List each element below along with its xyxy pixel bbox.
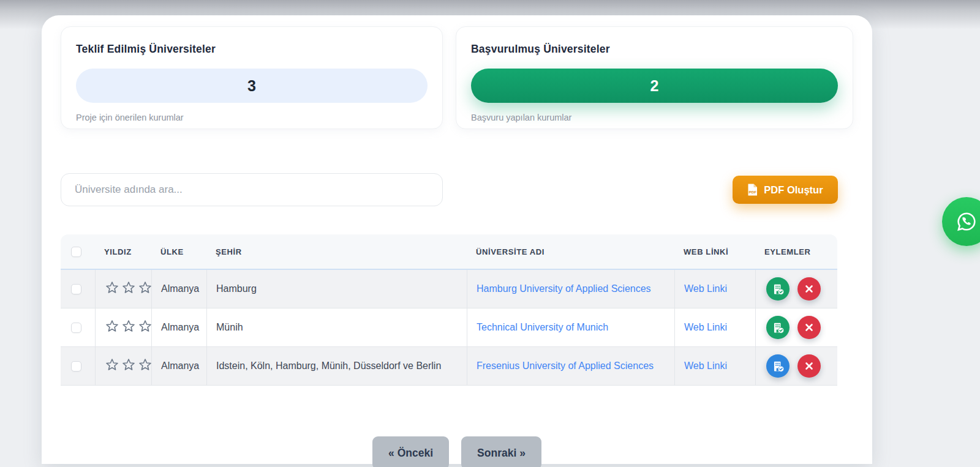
row-city: Münih <box>206 308 467 347</box>
main-panel: Teklif Edilmiş Üniversiteler 3 Proje içi… <box>42 15 872 464</box>
row-checkbox-cell <box>61 308 95 347</box>
row-checkbox-cell <box>61 347 95 386</box>
proposed-card-subtitle: Proje için önerilen kurumlar <box>76 113 428 122</box>
file-pdf-icon: PDF <box>747 184 758 196</box>
apply-university-button[interactable] <box>766 316 790 339</box>
row-country: Almanya <box>151 308 206 347</box>
universities-table: YILDIZÜLKEŞEHİRÜNİVERSİTE ADIWEB LİNKİEY… <box>61 234 837 386</box>
applied-card-title: Başvurulmuş Üniversiteler <box>471 43 838 56</box>
remove-university-button[interactable] <box>797 354 821 378</box>
row-checkbox[interactable] <box>71 284 81 294</box>
whatsapp-button[interactable] <box>942 197 980 246</box>
row-city: Idstein, Köln, Hamburg, Münih, Düsseldor… <box>206 347 467 386</box>
row-star-rating[interactable] <box>105 280 151 295</box>
applied-count-value: 2 <box>650 77 659 95</box>
column-header: ÜLKE <box>151 234 206 270</box>
table-row: Almanya Hamburg Hamburg University of Ap… <box>61 270 837 308</box>
close-icon <box>805 362 813 370</box>
pdf-create-button[interactable]: PDF PDF Oluştur <box>733 176 838 204</box>
table-row: Almanya Idstein, Köln, Hamburg, Münih, D… <box>61 347 837 386</box>
web-link[interactable]: Web Linki <box>684 361 727 371</box>
table-body: Almanya Hamburg Hamburg University of Ap… <box>61 270 837 386</box>
applied-universities-card: Başvurulmuş Üniversiteler 2 Başvuru yapı… <box>456 26 853 129</box>
star-outline-icon <box>105 319 119 334</box>
university-name-link[interactable]: Technical University of Munich <box>477 322 608 332</box>
proposed-universities-card: Teklif Edilmiş Üniversiteler 3 Proje içi… <box>61 26 443 129</box>
star-outline-icon <box>121 280 136 295</box>
star-outline-icon <box>138 319 151 334</box>
column-header: ŞEHİR <box>206 234 467 270</box>
applied-count-pill: 2 <box>471 69 838 103</box>
remove-university-button[interactable] <box>797 316 821 339</box>
proposed-card-title: Teklif Edilmiş Üniversiteler <box>76 43 428 56</box>
star-outline-icon <box>121 319 136 334</box>
previous-page-button[interactable]: « Önceki <box>372 436 449 467</box>
pagination: « Önceki Sonraki » <box>42 436 872 467</box>
table-row: Almanya Münih Technical University of Mu… <box>61 308 837 347</box>
whatsapp-icon <box>955 210 978 233</box>
star-outline-icon <box>138 357 151 372</box>
row-star-rating[interactable] <box>105 357 151 372</box>
close-icon <box>805 285 813 293</box>
applied-card-subtitle: Başvuru yapılan kurumlar <box>471 113 838 122</box>
building-check-icon <box>772 360 785 373</box>
row-checkbox[interactable] <box>71 323 81 333</box>
remove-university-button[interactable] <box>797 277 821 301</box>
row-checkbox-cell <box>61 270 95 308</box>
select-all-checkbox[interactable] <box>71 247 81 257</box>
column-header: WEB LİNKİ <box>674 234 755 270</box>
apply-university-button[interactable] <box>766 277 790 301</box>
apply-university-button[interactable] <box>766 354 790 378</box>
proposed-count-pill: 3 <box>76 69 428 103</box>
university-name-link[interactable]: Hamburg University of Applied Sciences <box>477 283 651 294</box>
svg-text:PDF: PDF <box>749 190 757 194</box>
column-header: EYLEMLER <box>755 234 837 270</box>
select-all-cell <box>61 234 95 270</box>
next-page-button[interactable]: Sonraki » <box>461 436 541 467</box>
pdf-create-button-label: PDF Oluştur <box>764 184 823 196</box>
row-star-rating[interactable] <box>105 319 151 334</box>
row-checkbox[interactable] <box>71 361 81 372</box>
star-outline-icon <box>105 280 119 295</box>
star-outline-icon <box>105 357 119 372</box>
building-check-icon <box>772 321 785 334</box>
row-city: Hamburg <box>206 270 467 308</box>
proposed-count-value: 3 <box>247 77 256 95</box>
search-input[interactable] <box>61 173 443 206</box>
web-link[interactable]: Web Linki <box>684 322 727 332</box>
building-check-icon <box>772 283 785 296</box>
row-country: Almanya <box>151 347 206 386</box>
star-outline-icon <box>121 357 136 372</box>
close-icon <box>805 323 813 332</box>
row-country: Almanya <box>151 270 206 308</box>
column-header: YILDIZ <box>95 234 151 270</box>
star-outline-icon <box>138 280 151 295</box>
university-name-link[interactable]: Fresenius University of Applied Sciences <box>477 361 654 371</box>
table-header-row: YILDIZÜLKEŞEHİRÜNİVERSİTE ADIWEB LİNKİEY… <box>61 234 837 270</box>
web-link[interactable]: Web Linki <box>684 283 727 294</box>
column-header: ÜNİVERSİTE ADI <box>467 234 674 270</box>
